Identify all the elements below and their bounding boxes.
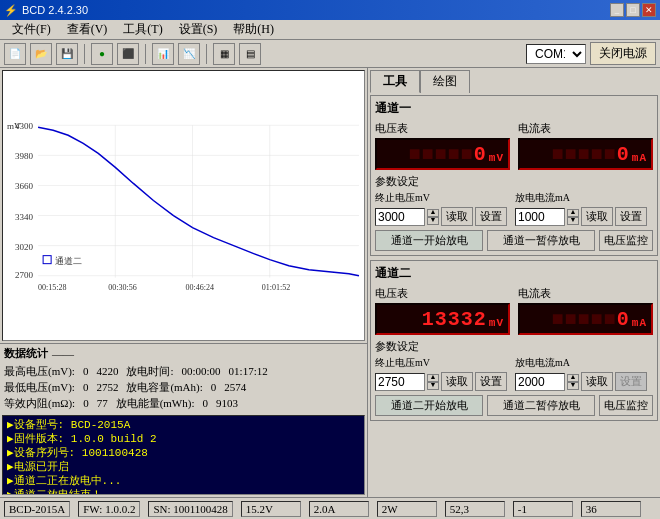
channel2-current-input[interactable]	[515, 373, 565, 391]
open-btn[interactable]: 📂	[30, 43, 52, 65]
log-line-4: ▶电源已开启	[7, 460, 360, 474]
channel1-voltage-set[interactable]: 设置	[475, 207, 507, 226]
log-line-3: ▶设备序列号: 1001100428	[7, 446, 360, 460]
close-btn[interactable]: ✕	[642, 3, 656, 17]
channel2-current-val: 0	[617, 308, 630, 331]
stats-panel: 数据统计 —— 最高电压(mV): 0 4220 放电时间: 00:00:00 …	[0, 343, 367, 413]
channel2-pause-btn[interactable]: 通道二暂停放电	[487, 395, 595, 416]
channel2-voltage-set[interactable]: 设置	[475, 372, 507, 391]
menu-help[interactable]: 帮助(H)	[225, 19, 282, 40]
channel2-current-param: 放电电流mA ▲ ▼ 读取 设置	[515, 356, 647, 391]
channel1-current-param-label: 放电电流mA	[515, 191, 647, 205]
status-sn: SN: 1001100428	[148, 501, 232, 517]
channel1-params-row: 终止电压mV ▲ ▼ 读取 设置 放电电流mA	[375, 191, 653, 226]
channel2-params-title: 参数设定	[375, 339, 653, 354]
stats-label-energy: 放电能量(mWh):	[116, 395, 195, 411]
channel1-display-row: 电压表 ■■■■■0mV 电流表 ■■■■■0mA	[375, 121, 653, 170]
channel2-voltage-val: 13332	[422, 308, 487, 331]
status-fw: FW: 1.0.0.2	[78, 501, 140, 517]
svg-text:3980: 3980	[15, 151, 34, 161]
svg-text:01:01:52: 01:01:52	[262, 283, 291, 292]
channel2-voltage-param-label: 终止电压mV	[375, 356, 507, 370]
save-btn[interactable]: 💾	[56, 43, 78, 65]
stats-val-maxv2: 4220	[96, 363, 118, 379]
channel1-section: 通道一 电压表 ■■■■■0mV 电流表 ■■■■■0mA 参数设定	[370, 95, 658, 256]
channel1-current-label: 电流表	[518, 121, 653, 136]
app-title: BCD 2.4.2.30	[22, 4, 88, 16]
channel2-current-group: 电流表 ■■■■■0mA	[518, 286, 653, 335]
channel1-voltage-spinner: ▲ ▼	[427, 209, 439, 225]
chart2-btn[interactable]: 📉	[178, 43, 200, 65]
channel1-voltage-param-label: 终止电压mV	[375, 191, 507, 205]
channel1-start-btn[interactable]: 通道一开始放电	[375, 230, 483, 251]
channel2-voltage-read[interactable]: 读取	[441, 372, 473, 391]
channel2-params-row: 终止电压mV ▲ ▼ 读取 设置 放电电流mA	[375, 356, 653, 391]
channel1-pause-btn[interactable]: 通道一暂停放电	[487, 230, 595, 251]
channel2-current-set[interactable]: 设置	[615, 372, 647, 391]
new-btn[interactable]: 📄	[4, 43, 26, 65]
channel2-current-unit: mA	[632, 317, 647, 329]
channel1-current-dim: ■■■■■	[552, 143, 617, 166]
channel2-start-btn[interactable]: 通道二开始放电	[375, 395, 483, 416]
tab-chart[interactable]: 绘图	[420, 70, 470, 93]
svg-text:00:46:24: 00:46:24	[186, 283, 215, 292]
menu-tools[interactable]: 工具(T)	[115, 19, 170, 40]
stats-label-res: 等效内阻(mΩ):	[4, 395, 75, 411]
tab-tools[interactable]: 工具	[370, 70, 420, 93]
channel1-current-set[interactable]: 设置	[615, 207, 647, 226]
log-line-5: ▶通道二正在放电中...	[7, 474, 360, 488]
channel1-current-down[interactable]: ▼	[567, 217, 579, 225]
svg-text:mV: mV	[7, 121, 21, 131]
channel1-voltage-param: 终止电压mV ▲ ▼ 读取 设置	[375, 191, 507, 226]
channel1-voltage-input[interactable]	[375, 208, 425, 226]
channel2-voltage-input[interactable]	[375, 373, 425, 391]
channel1-voltage-display: ■■■■■0mV	[375, 138, 510, 170]
com-select[interactable]: COM1 COM2 COM3	[526, 44, 586, 64]
channel2-action-row: 通道二开始放电 通道二暂停放电 电压监控	[375, 395, 653, 416]
channel2-voltage-down[interactable]: ▼	[427, 382, 439, 390]
stats-val-energy1: 0	[202, 395, 208, 411]
tabs: 工具 绘图	[370, 70, 658, 93]
svg-text:00:30:56: 00:30:56	[108, 283, 137, 292]
table2-btn[interactable]: ▤	[239, 43, 261, 65]
menu-settings[interactable]: 设置(S)	[171, 19, 226, 40]
channel1-title: 通道一	[375, 100, 653, 117]
channel1-monitor-btn[interactable]: 电压监控	[599, 230, 653, 251]
log-panel: ▶设备型号: BCD-2015A ▶固件版本: 1.0.0 build 2 ▶设…	[2, 415, 365, 495]
stats-val-minv2: 2752	[96, 379, 118, 395]
stats-row-1: 最高电压(mV): 0 4220 放电时间: 00:00:00 01:17:12	[4, 363, 363, 379]
status-model: BCD-2015A	[4, 501, 70, 517]
channel2-voltage-unit: mV	[489, 317, 504, 329]
menu-bar: 文件(F) 查看(V) 工具(T) 设置(S) 帮助(H)	[0, 20, 660, 40]
channel1-voltage-read[interactable]: 读取	[441, 207, 473, 226]
channel1-voltage-down[interactable]: ▼	[427, 217, 439, 225]
channel2-section: 通道二 电压表 13332mV 电流表 ■■■■■0mA 参数设定	[370, 260, 658, 421]
channel2-current-down[interactable]: ▼	[567, 382, 579, 390]
status-voltage: 15.2V	[241, 501, 301, 517]
start-btn[interactable]: ●	[91, 43, 113, 65]
power-button[interactable]: 关闭电源	[590, 42, 656, 65]
channel1-current-read[interactable]: 读取	[581, 207, 613, 226]
sep2	[145, 44, 146, 64]
menu-file[interactable]: 文件(F)	[4, 19, 59, 40]
channel1-voltage-unit: mV	[489, 152, 504, 164]
svg-text:3660: 3660	[15, 181, 34, 191]
log-line-2: ▶固件版本: 1.0.0 build 2	[7, 432, 360, 446]
channel1-current-group: 电流表 ■■■■■0mA	[518, 121, 653, 170]
stop-btn[interactable]: ⬛	[117, 43, 139, 65]
menu-view[interactable]: 查看(V)	[59, 19, 116, 40]
svg-text:通道二: 通道二	[55, 256, 82, 266]
maximize-btn[interactable]: □	[626, 3, 640, 17]
channel1-current-input[interactable]	[515, 208, 565, 226]
channel1-voltage-val: 0	[474, 143, 487, 166]
table-btn[interactable]: ▦	[213, 43, 235, 65]
chart-area: 4300 3980 3660 3340 3020 2700 mV 00:15:2…	[2, 70, 365, 341]
left-panel: 4300 3980 3660 3340 3020 2700 mV 00:15:2…	[0, 68, 368, 497]
stats-val-res2: 77	[97, 395, 108, 411]
channel2-current-read[interactable]: 读取	[581, 372, 613, 391]
channel2-monitor-btn[interactable]: 电压监控	[599, 395, 653, 416]
minimize-btn[interactable]: _	[610, 3, 624, 17]
chart-btn[interactable]: 📊	[152, 43, 174, 65]
channel1-action-row: 通道一开始放电 通道一暂停放电 电压监控	[375, 230, 653, 251]
channel2-current-param-label: 放电电流mA	[515, 356, 647, 370]
